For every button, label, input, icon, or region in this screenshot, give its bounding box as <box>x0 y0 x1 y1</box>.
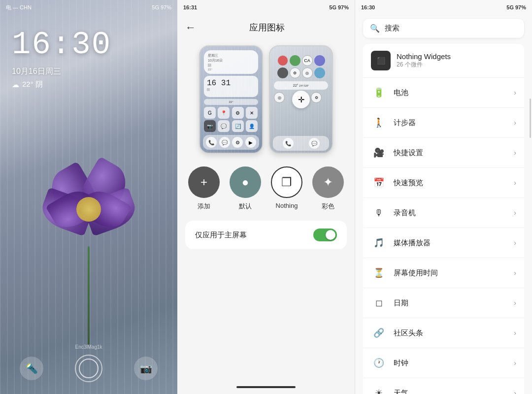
widget-item-quick-preview-label: 快速预览 <box>394 178 423 188</box>
icon-settings-topbar: ← 应用图标 <box>177 15 355 40</box>
widget-item-battery[interactable]: 🔋 电池 › <box>363 78 524 108</box>
lockscreen-battery: 97% <box>161 4 171 10</box>
nothing-widgets-title: Nothing Widgets <box>397 52 451 61</box>
clock-icon: 🕐 <box>371 355 387 371</box>
widget-list-status-icons: 5G 97% <box>506 4 526 10</box>
phone-preview-nothing: CA ⚙ ◎ 22° 24°/18° ◎ 📍 ⚙ ✛ <box>269 45 333 154</box>
dock-icon-1: 📞 <box>206 137 217 148</box>
preview-dock: 📞 💬 ⚙ ▶ <box>203 135 259 150</box>
widget-item-weather-left: ☀ 天气 <box>371 385 408 394</box>
widget-item-clock-label: 时钟 <box>394 359 408 368</box>
widget-item-media-player-label: 媒体播放器 <box>394 238 431 248</box>
chevron-right-icon-weather: › <box>514 389 516 394</box>
widget-search-bar[interactable]: 🔍 搜索 <box>363 19 524 38</box>
dock-icon-4: ▶ <box>245 137 256 148</box>
widget-item-clock[interactable]: 🕐 时钟 › <box>363 348 524 378</box>
camera-button[interactable]: 📷 <box>134 357 158 380</box>
circle-icon <box>79 359 99 378</box>
color-star-icon: ✦ <box>323 175 333 189</box>
widget-item-recorder-label: 录音机 <box>394 208 416 218</box>
icon-settings-panel: 16:31 5G 97% ← 应用图标 星期三 10月16日 阴 22° <box>177 0 355 394</box>
icon-style-color[interactable]: ✦ 彩色 <box>312 166 344 211</box>
widget-item-recorder[interactable]: 🎙 录音机 › <box>363 198 524 228</box>
widget-item-screen-time-label: 屏幕使用时间 <box>394 268 438 278</box>
pedometer-icon: 🚶 <box>371 115 387 131</box>
widget-list-inner: 🔋 电池 › 🚶 计步器 › 🎥 快捷设置 › <box>363 78 524 394</box>
widget-item-community-left: 🔗 社区头条 <box>371 325 423 341</box>
lockscreen-carrier: 电 — CHN <box>6 4 32 11</box>
widget-list-scroll[interactable]: 🔋 电池 › 🚶 计步器 › 🎥 快捷设置 › <box>355 78 532 394</box>
chevron-right-icon-screen-time: › <box>514 269 516 277</box>
community-icon: 🔗 <box>371 325 387 341</box>
cloud-icon: ☁ <box>12 80 19 89</box>
homescreen-only-label: 仅应用于主屏幕 <box>195 230 247 240</box>
lockscreen-time: 16:30 <box>12 27 111 63</box>
flower-stem <box>88 246 90 345</box>
torch-icon: 🔦 <box>26 362 38 374</box>
widget-item-screen-time-left: ⏳ 屏幕使用时间 <box>371 265 438 281</box>
widget-item-clock-left: 🕐 时钟 <box>371 355 408 371</box>
preview-icons-grid: G 📍 ⚙ ✕ 📷 💬 🔄 👤 <box>204 107 258 132</box>
preview-icon-1: G <box>204 107 216 119</box>
preview-icon-4: ✕ <box>246 107 258 119</box>
quick-preview-icon: 📅 <box>371 175 387 191</box>
widget-item-date-left: ◻ 日期 <box>371 295 408 311</box>
flower-petals <box>49 158 128 256</box>
dock-icon-nothing-2: 💬 <box>309 138 320 149</box>
back-button[interactable]: ← <box>185 21 196 34</box>
widget-item-media-player[interactable]: 🎵 媒体播放器 › <box>363 228 524 258</box>
widget-item-date-label: 日期 <box>394 298 408 308</box>
add-style-circle: + <box>188 166 220 198</box>
search-input[interactable]: 搜索 <box>385 24 399 33</box>
icon-style-add[interactable]: + 添加 <box>188 166 220 211</box>
unlock-circle[interactable] <box>75 355 102 382</box>
icon-style-nothing[interactable]: ❐ Nothing <box>271 166 302 209</box>
screen-time-icon: ⏳ <box>371 265 387 281</box>
petal-center <box>76 197 101 222</box>
nothing-widgets-icon: ⬛ <box>371 51 391 70</box>
widget-item-weather-label: 天气 <box>394 389 408 394</box>
nothing-widgets-header: ⬛ Nothing Widgets 26 个微件 <box>363 44 524 78</box>
widget-item-quick-preview[interactable]: 📅 快速预览 › <box>363 168 524 198</box>
lockscreen-watermark: Enc3lMag1k <box>75 344 102 350</box>
add-style-label: 添加 <box>198 202 210 211</box>
chevron-right-icon-clock: › <box>514 359 516 367</box>
recorder-icon: 🎙 <box>371 205 387 221</box>
icon-settings-statusbar: 16:31 5G 97% <box>177 0 355 15</box>
homescreen-only-toggle[interactable] <box>313 229 337 241</box>
widget-item-pedometer[interactable]: 🚶 计步器 › <box>363 108 524 138</box>
widget-item-weather[interactable]: ☀ 天气 › <box>363 378 524 394</box>
chevron-right-icon-community: › <box>514 329 516 337</box>
widget-item-quick-settings-left: 🎥 快捷设置 <box>371 145 423 161</box>
lockscreen-bottom-controls: 🔦 📷 <box>0 355 177 382</box>
scroll-indicator <box>530 98 531 138</box>
lockscreen-statusbar: 电 — CHN 5G 97% <box>0 0 177 15</box>
torch-button[interactable]: 🔦 <box>20 357 43 380</box>
lockscreen-weather-text: 22° 阴 <box>22 80 43 89</box>
widget-list-panel: 16:30 5G 97% 🔍 搜索 ⬛ Nothing Widgets 26 个… <box>355 0 532 394</box>
widget-list-statusbar: 16:30 5G 97% <box>355 0 532 15</box>
nothing-icon-sym: ⬛ <box>377 57 385 65</box>
preview-content-2: CA ⚙ ◎ 22° 24°/18° ◎ 📍 ⚙ ✛ <box>270 46 332 153</box>
battery-icon: 🔋 <box>371 85 387 100</box>
dock-icon-nothing-1: 📞 <box>283 138 294 149</box>
chevron-right-icon-recorder: › <box>514 209 516 217</box>
default-style-circle: ● <box>230 166 261 198</box>
weather-icon: ☀ <box>371 385 387 394</box>
widget-item-battery-left: 🔋 电池 <box>371 85 408 100</box>
chevron-right-icon-media-player: › <box>514 239 516 247</box>
color-style-label: 彩色 <box>322 202 334 211</box>
widget-item-community-label: 社区头条 <box>394 328 423 338</box>
icon-style-default[interactable]: ● 默认 <box>230 166 261 211</box>
widget-item-date[interactable]: ◻ 日期 › <box>363 288 524 318</box>
preview-icon-7: 🔄 <box>232 120 244 132</box>
widget-item-quick-settings[interactable]: 🎥 快捷设置 › <box>363 138 524 168</box>
widget-item-community[interactable]: 🔗 社区头条 › <box>363 318 524 348</box>
lockscreen-date: 10月16日周三 <box>12 66 61 77</box>
widget-item-screen-time[interactable]: ⏳ 屏幕使用时间 › <box>363 258 524 288</box>
icon-settings-title: 应用图标 <box>202 22 332 33</box>
preview-icon-5: 📷 <box>204 120 216 132</box>
flower-decoration <box>39 158 138 345</box>
chevron-right-icon-battery: › <box>514 89 516 97</box>
default-dot-icon: ● <box>242 175 249 189</box>
